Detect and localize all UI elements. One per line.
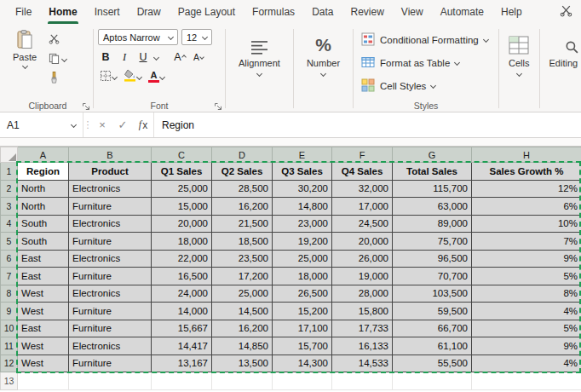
cell-D10[interactable]: 16,200 — [212, 320, 273, 337]
format-painter-button[interactable] — [46, 71, 69, 87]
cell-E8[interactable]: 26,500 — [273, 285, 332, 303]
cell-F3[interactable]: 17,000 — [332, 198, 393, 216]
cell-D2[interactable]: 28,500 — [212, 180, 273, 198]
cell-D8[interactable]: 25,000 — [212, 285, 273, 303]
cell-D4[interactable]: 21,500 — [212, 215, 273, 233]
cell-G13[interactable] — [393, 372, 472, 390]
chevron-down-icon[interactable] — [153, 54, 159, 60]
cell-B3[interactable]: Furniture — [69, 198, 152, 216]
cell-F11[interactable]: 16,133 — [332, 337, 393, 355]
cell-H3[interactable]: 6% — [472, 198, 581, 216]
cell-B4[interactable]: Electronics — [69, 215, 152, 233]
cell-B7[interactable]: Furniture — [69, 268, 152, 285]
formula-bar-grip[interactable]: ⋮ — [83, 112, 92, 137]
cancel-button[interactable]: × — [92, 112, 112, 137]
cell-B12[interactable]: Furniture — [69, 355, 152, 372]
cell-styles-button[interactable]: Cell Styles — [358, 75, 494, 96]
spreadsheet[interactable]: ABCDEFGH1RegionProductQ1 SalesQ2 SalesQ3… — [0, 147, 581, 392]
row-header-5[interactable]: 5 — [1, 233, 18, 251]
tab-view[interactable]: View — [393, 0, 432, 24]
tab-help[interactable]: Help — [492, 0, 531, 24]
row-header-7[interactable]: 7 — [1, 268, 18, 285]
font-name-select[interactable]: Aptos Narrow — [98, 29, 178, 45]
cell-A8[interactable]: West — [18, 285, 69, 303]
conditional-formatting-button[interactable]: Conditional Formatting — [358, 29, 494, 50]
column-header-D[interactable]: D — [212, 147, 273, 163]
cell-F12[interactable]: 14,533 — [332, 355, 393, 372]
font-dialog-launcher[interactable] — [214, 101, 222, 110]
tab-review[interactable]: Review — [342, 0, 392, 24]
cell-F1[interactable]: Q4 Sales — [332, 163, 393, 181]
cell-E13[interactable] — [273, 372, 332, 390]
cell-A3[interactable]: North — [18, 198, 69, 216]
cell-H1[interactable]: Sales Growth % — [472, 163, 581, 181]
cell-D3[interactable]: 16,200 — [212, 198, 273, 216]
paste-button[interactable]: Paste — [7, 28, 43, 87]
row-header-3[interactable]: 3 — [1, 198, 18, 216]
cell-C6[interactable]: 22,000 — [152, 250, 212, 268]
cell-G5[interactable]: 75,700 — [393, 233, 472, 251]
cell-F2[interactable]: 32,000 — [332, 180, 393, 198]
cell-F8[interactable]: 28,000 — [332, 285, 393, 303]
font-color-button[interactable]: A — [147, 69, 166, 84]
copy-button[interactable] — [46, 51, 69, 67]
tab-data[interactable]: Data — [303, 0, 342, 24]
row-header-1[interactable]: 1 — [1, 163, 18, 181]
cell-D13[interactable] — [212, 372, 273, 390]
clipboard-dialog-launcher[interactable] — [82, 101, 90, 110]
cell-B11[interactable]: Electronics — [69, 337, 152, 355]
cell-E5[interactable]: 19,200 — [273, 233, 332, 251]
fill-color-button[interactable] — [122, 69, 143, 84]
scissors-icon[interactable] — [560, 4, 572, 20]
cell-E3[interactable]: 14,800 — [273, 198, 332, 216]
cell-G6[interactable]: 96,500 — [393, 250, 472, 268]
cell-G12[interactable]: 55,500 — [393, 355, 472, 372]
cell-A13[interactable] — [18, 372, 69, 390]
cell-D1[interactable]: Q2 Sales — [212, 163, 273, 181]
column-header-G[interactable]: G — [393, 147, 472, 163]
cell-D5[interactable]: 18,500 — [212, 233, 273, 251]
cell-B13[interactable] — [69, 372, 152, 390]
cell-B8[interactable]: Electronics — [69, 285, 152, 303]
bold-button[interactable]: B — [98, 49, 113, 65]
cell-H9[interactable]: 4% — [472, 303, 581, 320]
shrink-font-button[interactable]: A — [191, 49, 206, 65]
cell-G10[interactable]: 66,700 — [393, 320, 472, 337]
row-header-12[interactable]: 12 — [1, 355, 18, 372]
cell-H8[interactable]: 8% — [472, 285, 581, 303]
cell-E2[interactable]: 30,200 — [273, 180, 332, 198]
grow-font-button[interactable]: A — [172, 49, 187, 65]
row-header-13[interactable]: 13 — [1, 372, 18, 390]
cell-H6[interactable]: 9% — [472, 250, 581, 268]
cell-E6[interactable]: 25,000 — [273, 250, 332, 268]
cell-C9[interactable]: 14,000 — [152, 303, 212, 320]
cell-E4[interactable]: 23,000 — [273, 215, 332, 233]
cell-D6[interactable]: 23,500 — [212, 250, 273, 268]
cell-E1[interactable]: Q3 Sales — [273, 163, 332, 181]
cell-C13[interactable] — [152, 372, 212, 390]
underline-button[interactable]: U — [135, 49, 151, 65]
cell-C4[interactable]: 20,000 — [152, 215, 212, 233]
row-header-10[interactable]: 10 — [1, 320, 18, 337]
row-header-4[interactable]: 4 — [1, 215, 18, 233]
column-header-B[interactable]: B — [69, 147, 152, 163]
cell-A12[interactable]: West — [18, 355, 69, 372]
tab-home[interactable]: Home — [40, 0, 85, 24]
cell-B9[interactable]: Furniture — [69, 303, 152, 320]
cell-B1[interactable]: Product — [69, 163, 152, 181]
column-header-A[interactable]: A — [18, 147, 69, 163]
cell-B10[interactable]: Furniture — [69, 320, 152, 337]
tab-formulas[interactable]: Formulas — [244, 0, 303, 24]
format-as-table-button[interactable]: Format as Table — [358, 52, 494, 73]
cell-C8[interactable]: 24,000 — [152, 285, 212, 303]
cell-B2[interactable]: Electronics — [69, 180, 152, 198]
name-box[interactable]: A1 — [0, 112, 83, 137]
cell-F7[interactable]: 19,000 — [332, 268, 393, 285]
cell-G11[interactable]: 61,100 — [393, 337, 472, 355]
cell-A5[interactable]: South — [18, 233, 69, 251]
cell-E7[interactable]: 18,000 — [273, 268, 332, 285]
formula-input[interactable]: Region — [153, 112, 581, 137]
cell-A10[interactable]: East — [18, 320, 69, 337]
cell-H12[interactable]: 4% — [472, 355, 581, 372]
cell-H5[interactable]: 7% — [472, 233, 581, 251]
